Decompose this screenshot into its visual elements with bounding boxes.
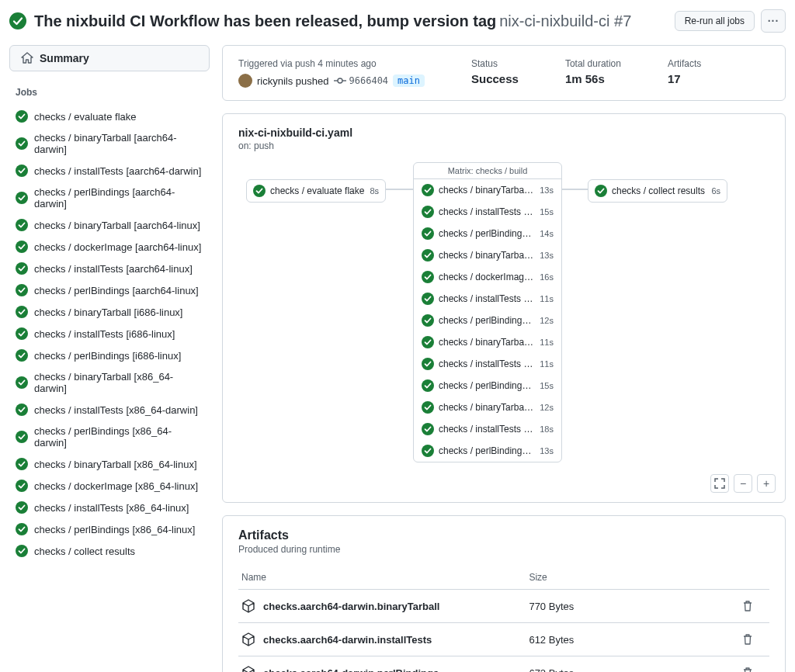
actor-name[interactable]: rickynils [257, 75, 293, 87]
matrix-job-row[interactable]: checks / perlBindings [x86_…13s [414, 440, 561, 462]
success-icon [422, 271, 434, 283]
kebab-icon: ··· [768, 15, 779, 27]
success-icon [16, 431, 28, 443]
success-icon [16, 327, 28, 340]
sidebar-job-item[interactable]: checks / dockerImage [x86_64-linux] [9, 475, 210, 497]
sidebar-job-item[interactable]: checks / binaryTarball [x86_64-linux] [9, 453, 210, 475]
delete-artifact-button[interactable] [741, 600, 766, 612]
success-icon [16, 523, 28, 535]
matrix-job-time: 13s [540, 446, 554, 456]
avatar[interactable] [238, 74, 252, 88]
matrix-job-label: checks / perlBindings [i686-… [439, 380, 535, 391]
package-icon [241, 599, 255, 613]
job-label: checks / binaryTarball [x86_64-linux] [34, 459, 197, 470]
summary-label: Summary [40, 52, 89, 64]
home-icon [21, 52, 33, 64]
matrix-job-row[interactable]: checks / binaryTarball [aarc…13s [414, 244, 561, 266]
sidebar-job-item[interactable]: checks / perlBindings [x86_64-darwin] [9, 421, 210, 453]
artifact-link[interactable]: checks.aarch64-darwin.installTests [241, 632, 522, 646]
success-icon [16, 284, 28, 296]
sidebar-job-item[interactable]: checks / installTests [x86_64-darwin] [9, 399, 210, 421]
delete-artifact-button[interactable] [741, 633, 766, 646]
trash-icon [741, 633, 754, 646]
sidebar-job-item[interactable]: checks / binaryTarball [aarch64-linux] [9, 214, 210, 236]
fullscreen-button[interactable] [710, 474, 729, 493]
package-icon [241, 632, 255, 646]
sidebar-job-item[interactable]: checks / perlBindings [aarch64-linux] [9, 279, 210, 301]
job-label: checks / evaluate flake [34, 111, 137, 123]
job-label: checks / binaryTarball [aarch64-darwin] [34, 132, 203, 155]
success-icon [16, 219, 28, 231]
run-number: nix-ci-nixbuild-ci #7 [499, 12, 631, 29]
summary-tab[interactable]: Summary [9, 45, 210, 71]
matrix-job-row[interactable]: checks / installTests [aarch…11s [414, 288, 561, 310]
zoom-in-button[interactable]: + [757, 474, 776, 493]
status-value: Success [471, 72, 519, 85]
artifact-size: 770 Bytes [526, 590, 738, 623]
artifact-row: checks.aarch64-darwin.binaryTarball770 B… [238, 590, 769, 623]
matrix-job-time: 15s [540, 381, 554, 390]
zoom-out-button[interactable]: − [734, 474, 752, 493]
matrix-job-label: checks / installTests [aarch… [439, 206, 535, 217]
matrix-job-row[interactable]: checks / dockerImage [aarc…16s [414, 266, 561, 288]
package-icon [241, 666, 255, 672]
trigger-text: Triggered via push 4 minutes ago [238, 58, 425, 69]
success-icon [16, 306, 28, 318]
artifact-link[interactable]: checks.aarch64-darwin.perlBindings [241, 666, 522, 672]
sidebar: Summary Jobs checks / evaluate flakechec… [9, 45, 210, 672]
sidebar-job-item[interactable]: checks / perlBindings [x86_64-linux] [9, 518, 210, 540]
artifact-name: checks.aarch64-darwin.perlBindings [263, 667, 439, 673]
job-label: checks / binaryTarball [x86_64-darwin] [34, 371, 203, 394]
success-icon [422, 379, 434, 392]
matrix-job-label: checks / installTests [aarch… [439, 293, 535, 304]
sidebar-job-item[interactable]: checks / installTests [aarch64-linux] [9, 258, 210, 279]
sidebar-job-item[interactable]: checks / binaryTarball [aarch64-darwin] [9, 127, 210, 160]
sidebar-job-item[interactable]: checks / perlBindings [i686-linux] [9, 345, 210, 366]
artifact-link[interactable]: checks.aarch64-darwin.binaryTarball [241, 599, 522, 613]
matrix-job-row[interactable]: checks / binaryTarball [x86…12s [414, 397, 561, 418]
more-options-button[interactable]: ··· [761, 9, 786, 33]
duration-label: Total duration [565, 58, 621, 69]
sidebar-job-item[interactable]: checks / dockerImage [aarch64-linux] [9, 236, 210, 258]
matrix-job-time: 16s [540, 272, 554, 282]
success-icon [422, 423, 434, 435]
sidebar-job-item[interactable]: checks / binaryTarball [i686-linux] [9, 301, 210, 323]
artifacts-subtitle: Produced during runtime [238, 544, 769, 555]
trash-icon [741, 600, 754, 612]
sidebar-job-item[interactable]: checks / installTests [aarch64-darwin] [9, 160, 210, 182]
graph-connector [386, 189, 415, 190]
success-icon [16, 376, 28, 389]
rerun-all-button[interactable]: Re-run all jobs [675, 11, 755, 31]
sidebar-job-item[interactable]: checks / evaluate flake [9, 106, 210, 127]
matrix-job-row[interactable]: checks / installTests [x86_6…18s [414, 418, 561, 440]
matrix-job-row[interactable]: checks / perlBindings [aarc…12s [414, 310, 561, 331]
name-column-header: Name [238, 566, 526, 590]
artifacts-label: Artifacts [668, 58, 701, 69]
success-icon [16, 349, 28, 362]
job-label: checks / dockerImage [aarch64-linux] [34, 241, 201, 253]
sidebar-job-item[interactable]: checks / collect results [9, 540, 210, 562]
sidebar-job-item[interactable]: checks / installTests [i686-linux] [9, 323, 210, 345]
sidebar-job-item[interactable]: checks / binaryTarball [x86_64-darwin] [9, 366, 210, 399]
matrix-job-row[interactable]: checks / installTests [i686-li…11s [414, 353, 561, 375]
job-label: checks / installTests [aarch64-linux] [34, 263, 193, 275]
branch-tag[interactable]: main [393, 74, 425, 87]
matrix-job-row[interactable]: checks / perlBindings [i686-…15s [414, 375, 561, 397]
sidebar-job-item[interactable]: checks / installTests [x86_64-linux] [9, 497, 210, 518]
artifacts-count[interactable]: 17 [668, 72, 701, 85]
job-label: checks / binaryTarball [aarch64-linux] [34, 220, 200, 231]
commit-link[interactable]: 9666404 [334, 74, 389, 87]
job-label: checks / installTests [aarch64-darwin] [34, 165, 201, 177]
delete-artifact-button[interactable] [741, 667, 766, 672]
graph-node-collect[interactable]: checks / collect results 6s [588, 179, 727, 203]
matrix-job-row[interactable]: checks / installTests [aarch…15s [414, 201, 561, 223]
matrix-job-row[interactable]: checks / perlBindings [aarc…14s [414, 223, 561, 244]
workflow-graph-card: nix-ci-nixbuild-ci.yaml on: push checks … [222, 113, 786, 503]
matrix-job-row[interactable]: checks / binaryTarball [aarc…13s [414, 179, 561, 201]
matrix-job-row[interactable]: checks / binaryTarball [i686…11s [414, 331, 561, 353]
matrix-job-label: checks / binaryTarball [aarc… [439, 250, 535, 261]
commit-icon [334, 74, 346, 87]
sidebar-job-item[interactable]: checks / perlBindings [aarch64-darwin] [9, 182, 210, 214]
artifact-size: 672 Bytes [526, 656, 738, 673]
graph-node-evaluate[interactable]: checks / evaluate flake 8s [246, 179, 386, 203]
